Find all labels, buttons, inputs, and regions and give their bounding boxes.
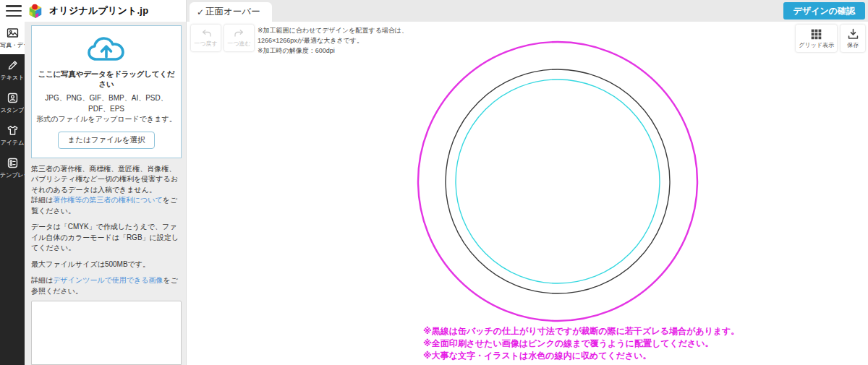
sidebar-item-stamp[interactable]: スタンプ: [0, 87, 25, 119]
undo-label: 一つ戻す: [194, 40, 217, 48]
cut-guide-circle: [446, 69, 670, 293]
save-button[interactable]: 保存: [841, 25, 865, 52]
rights-note: 第三者の著作権、商標権、意匠権、肖像権、パブリシティ権など一切の権利を侵害するお…: [31, 164, 182, 217]
upload-dropzone[interactable]: ここに写真やデータをドラッグしてください JPG、PNG、GIF、BMP、AI、…: [31, 25, 182, 158]
images-note: 詳細はデザインツールで使用できる画像をご参照ください。: [31, 275, 182, 296]
cloud-upload-icon: [86, 35, 127, 65]
tab-label: 正面オーバー: [205, 6, 260, 18]
rights-text: 第三者の著作権、商標権、意匠権、肖像権、パブリシティ権など一切の権利を侵害するお…: [31, 165, 178, 194]
main-area: ✓ 正面オーバー デザインの確認 一つ戻す: [187, 0, 868, 365]
max-size-note: 最大ファイルサイズは500MBです。: [31, 259, 182, 270]
image-icon: [7, 27, 19, 39]
pencil-icon: [7, 59, 19, 72]
rights-link[interactable]: 著作権等の第三者の権利について: [53, 196, 162, 204]
tool-rail: 写真・データ テキスト スタンプ: [0, 22, 25, 365]
brand-header: オリジナルプリント.jp: [0, 0, 186, 22]
check-icon: ✓: [197, 7, 204, 17]
left-body: 写真・データ テキスト スタンプ: [0, 22, 186, 365]
design-confirm-button[interactable]: デザインの確認: [783, 2, 865, 20]
left-column: オリジナルプリント.jp 写真・データ: [0, 0, 187, 365]
warning-black-line: ※黒線は缶バッチの仕上がり寸法ですが裁断の際に若干ズレる場合があります。: [423, 325, 739, 338]
upload-formats-line2: 形式のファイルをアップロードできます。: [36, 114, 176, 125]
grid-label: グリッド表示: [799, 41, 834, 49]
canvas-actions: グリッド表示 保存: [796, 25, 865, 52]
rights-prefix: 詳細は: [31, 196, 53, 204]
panel-notes: 第三者の著作権、商標権、意匠権、肖像権、パブリシティ権など一切の権利を侵害するお…: [31, 158, 182, 297]
bleed-guide-circle: [418, 42, 697, 321]
grid-icon: [810, 28, 822, 40]
badge-guide-circles: [187, 22, 868, 365]
cmyk-note: データは「CMYK」で作成したうえで、ファイル自体のカラーモードは「RGB」に設…: [31, 222, 182, 254]
upload-panel: ここに写真やデータをドラッグしてください JPG、PNG、GIF、BMP、AI、…: [25, 22, 186, 365]
redo-icon: [234, 29, 245, 38]
warning-cyan-line: ※大事な文字・イラストは水色の線内に収めてください。: [423, 350, 739, 362]
sidebar-item-label: スタンプ: [1, 106, 25, 114]
size-note-line3: ※加工時の解像度：600dpi: [258, 46, 408, 56]
app-title: オリジナルプリント.jp: [49, 4, 148, 17]
save-label: 保存: [847, 41, 859, 49]
undo-icon: [200, 29, 212, 38]
size-note-line1: ※加工範囲に合わせてデザインを配置する場合は、: [258, 26, 408, 36]
images-link[interactable]: デザインツールで使用できる画像: [53, 276, 163, 284]
app-root: オリジナルプリント.jp 写真・データ: [0, 0, 868, 365]
save-download-icon: [847, 28, 859, 40]
undo-button[interactable]: 一つ戻す: [191, 25, 221, 51]
tab-strip: ✓ 正面オーバー デザインの確認: [187, 0, 868, 22]
redo-label: 一つ進む: [227, 40, 250, 48]
safe-guide-circle: [456, 80, 660, 283]
sidebar-item-label: テキスト: [1, 74, 25, 82]
guide-warnings: ※黒線は缶バッチの仕上がり寸法ですが裁断の際に若干ズレる場合があります。 ※全面…: [423, 325, 739, 363]
sidebar-item-item[interactable]: アイテム: [0, 119, 25, 152]
tshirt-icon: [7, 124, 19, 137]
size-note-line2: 1266×1266pxが最適な大きさです。: [258, 36, 408, 46]
sidebar-item-label: アイテム: [1, 139, 25, 147]
uploaded-files-area[interactable]: [31, 301, 182, 365]
redo-button[interactable]: 一つ進む: [224, 25, 254, 51]
images-prefix: 詳細は: [31, 276, 53, 284]
upload-formats-line1: JPG、PNG、GIF、BMP、AI、PSD、PDF、EPS: [36, 93, 176, 114]
hamburger-menu-icon[interactable]: [6, 5, 22, 17]
stamp-icon: [7, 92, 19, 104]
grid-toggle-button[interactable]: グリッド表示: [796, 25, 837, 52]
warning-pink-line: ※全面印刷させたい画像はピンクの線まで覆うように配置してください。: [423, 338, 739, 350]
sidebar-item-text[interactable]: テキスト: [0, 54, 25, 87]
sidebar-item-template[interactable]: テンプレート: [0, 152, 25, 184]
size-note: ※加工範囲に合わせてデザインを配置する場合は、 1266×1266pxが最適な大…: [258, 26, 408, 56]
brand-logo-cube-icon: [27, 2, 43, 20]
drag-instruction: ここに写真やデータをドラッグしてください: [36, 69, 176, 90]
template-icon: [7, 157, 19, 169]
select-file-button[interactable]: またはファイルを選択: [58, 132, 156, 149]
sidebar-item-label: テンプレート: [0, 171, 25, 179]
tab-front-over[interactable]: ✓ 正面オーバー: [190, 2, 272, 22]
design-canvas[interactable]: 一つ戻す 一つ進む ※加工範囲に合わせてデザインを配置する場合は、 1266×1…: [187, 22, 868, 365]
sidebar-item-photo-data[interactable]: 写真・データ: [0, 22, 25, 54]
undo-redo-group: 一つ戻す 一つ進む: [191, 25, 254, 51]
sidebar-item-label: 写真・データ: [0, 41, 25, 49]
